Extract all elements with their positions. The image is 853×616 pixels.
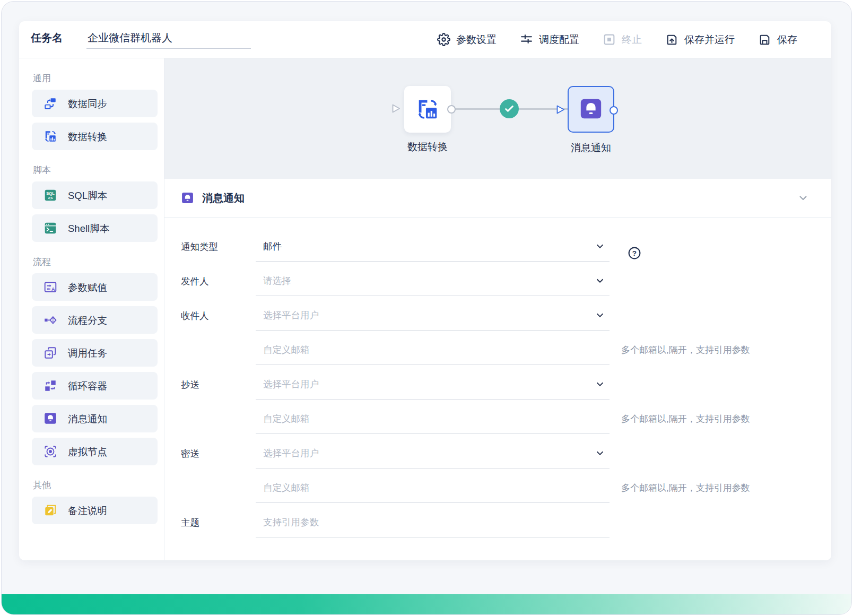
data-sync-icon xyxy=(43,97,57,110)
save-run-icon xyxy=(665,33,678,46)
topbar-actions: 参数设置 调度配置 终止 保存并运行 保存 xyxy=(437,33,797,47)
section-label-script: 脚本 xyxy=(33,164,164,176)
sender-input[interactable] xyxy=(256,275,610,287)
recipient-custom-field[interactable] xyxy=(256,335,610,365)
gear-icon xyxy=(437,33,450,46)
sidebar-item-label: SQL脚本 xyxy=(68,189,107,202)
sidebar-item-loop-container[interactable]: 循环容器 xyxy=(32,372,158,400)
section-label-flow: 流程 xyxy=(33,256,164,268)
save-label: 保存 xyxy=(777,33,797,47)
chevron-down-icon[interactable] xyxy=(595,310,605,320)
form-row-bcc-custom: 多个邮箱以,隔开，支持引用参数 xyxy=(181,473,831,507)
terminate-label: 终止 xyxy=(622,33,642,47)
section-label-general: 通用 xyxy=(33,72,164,84)
recipient-select[interactable] xyxy=(256,300,610,331)
workflow-canvas[interactable]: 数据转换 消息通知 xyxy=(164,58,831,179)
sidebar-item-data-sync[interactable]: 数据同步 xyxy=(32,90,158,117)
field-label: 密送 xyxy=(181,438,256,468)
node-palette-sidebar: 通用 数据同步 数据转换 脚本 SQL脚本 Shell脚本 xyxy=(19,58,164,560)
sidebar-item-virtual-node[interactable]: 虚拟节点 xyxy=(32,438,158,465)
form-row-subject: 主题 xyxy=(181,507,831,542)
chevron-down-icon[interactable] xyxy=(595,379,605,389)
save-button[interactable]: 保存 xyxy=(758,33,797,47)
cc-input[interactable] xyxy=(256,379,610,390)
sidebar-item-param-assign[interactable]: 参数赋值 xyxy=(32,273,158,301)
field-label: 主题 xyxy=(181,507,256,537)
sidebar-item-shell-script[interactable]: Shell脚本 xyxy=(32,214,158,242)
output-port[interactable] xyxy=(610,106,618,115)
panel-title: 消息通知 xyxy=(202,191,245,205)
node-message-notify[interactable]: 消息通知 xyxy=(568,86,614,133)
save-and-run-label: 保存并运行 xyxy=(684,33,735,47)
notify-config-form: 通知类型 发件人 xyxy=(164,218,831,560)
content-area: 数据转换 消息通知 消息通知 xyxy=(164,58,831,560)
bell-icon xyxy=(43,412,57,426)
node-config-panel-header: 消息通知 xyxy=(164,179,831,218)
loop-container-icon xyxy=(43,379,57,393)
save-and-run-button[interactable]: 保存并运行 xyxy=(665,33,735,47)
collapse-chevron-icon[interactable] xyxy=(797,192,809,204)
sidebar-item-note[interactable]: 备注说明 xyxy=(32,497,158,524)
sidebar-item-label: 流程分支 xyxy=(68,314,107,327)
bcc-custom-field[interactable] xyxy=(256,473,610,503)
input-port-icon[interactable] xyxy=(390,103,402,115)
task-name-label: 任务名 xyxy=(31,31,63,45)
bell-icon xyxy=(181,192,194,205)
question-icon[interactable] xyxy=(628,246,641,260)
sidebar-item-label: 循环容器 xyxy=(68,379,107,393)
sidebar-item-branch[interactable]: 流程分支 xyxy=(32,306,158,334)
cc-custom-email-input[interactable] xyxy=(256,413,610,424)
sidebar-item-message-notify[interactable]: 消息通知 xyxy=(32,405,158,432)
notify-type-value[interactable] xyxy=(256,241,610,252)
field-label: 发件人 xyxy=(181,266,256,296)
shell-script-icon xyxy=(43,221,57,235)
sidebar-item-label: 参数赋值 xyxy=(68,281,107,294)
bcc-input[interactable] xyxy=(256,448,610,459)
sidebar-item-label: 消息通知 xyxy=(68,412,107,426)
field-label xyxy=(181,473,256,503)
form-row-recipient-custom: 多个邮箱以,隔开，支持引用参数 xyxy=(181,335,831,369)
bell-icon xyxy=(579,97,603,122)
terminate-button[interactable]: 终止 xyxy=(603,33,642,47)
edge-success-badge xyxy=(500,99,519,118)
chevron-down-icon[interactable] xyxy=(595,241,605,251)
cc-custom-field[interactable] xyxy=(256,404,610,434)
recipient-custom-email-input[interactable] xyxy=(256,344,610,355)
call-task-icon xyxy=(43,346,57,360)
sidebar-item-data-transform[interactable]: 数据转换 xyxy=(32,123,158,150)
task-editor-card: 任务名 参数设置 调度配置 终止 保存并运行 xyxy=(19,21,831,560)
sidebar-item-label: 调用任务 xyxy=(68,346,107,360)
sender-select[interactable] xyxy=(256,266,610,296)
chevron-down-icon[interactable] xyxy=(595,275,605,286)
note-icon xyxy=(43,504,57,517)
sidebar-item-label: 数据同步 xyxy=(68,97,107,110)
node-label: 数据转换 xyxy=(407,140,448,154)
bottom-gradient-bar xyxy=(2,594,851,614)
node-label: 消息通知 xyxy=(571,141,611,155)
sliders-icon xyxy=(520,33,533,46)
field-label xyxy=(181,404,256,434)
node-data-transform[interactable]: 数据转换 xyxy=(404,86,451,133)
form-row-notify-type: 通知类型 xyxy=(181,231,831,266)
form-row-bcc: 密送 xyxy=(181,438,831,473)
chevron-down-icon[interactable] xyxy=(595,448,605,458)
output-port[interactable] xyxy=(447,105,456,114)
main-area: 通用 数据同步 数据转换 脚本 SQL脚本 Shell脚本 xyxy=(19,58,831,560)
input-port-icon[interactable] xyxy=(555,104,567,116)
bcc-custom-email-input[interactable] xyxy=(256,482,610,493)
recipient-input[interactable] xyxy=(256,310,610,321)
sidebar-item-sql-script[interactable]: SQL脚本 xyxy=(32,181,158,209)
param-settings-label: 参数设置 xyxy=(456,33,497,47)
notify-type-select[interactable] xyxy=(256,231,610,262)
data-transform-icon xyxy=(415,97,440,122)
schedule-config-button[interactable]: 调度配置 xyxy=(520,33,579,47)
task-name-input[interactable] xyxy=(86,31,251,49)
subject-input[interactable] xyxy=(256,517,610,528)
bcc-select[interactable] xyxy=(256,438,610,468)
check-icon xyxy=(503,103,515,115)
form-row-cc-custom: 多个邮箱以,隔开，支持引用参数 xyxy=(181,404,831,438)
subject-field[interactable] xyxy=(256,507,610,537)
param-settings-button[interactable]: 参数设置 xyxy=(437,33,497,47)
cc-select[interactable] xyxy=(256,369,610,400)
sidebar-item-call-task[interactable]: 调用任务 xyxy=(32,339,158,367)
